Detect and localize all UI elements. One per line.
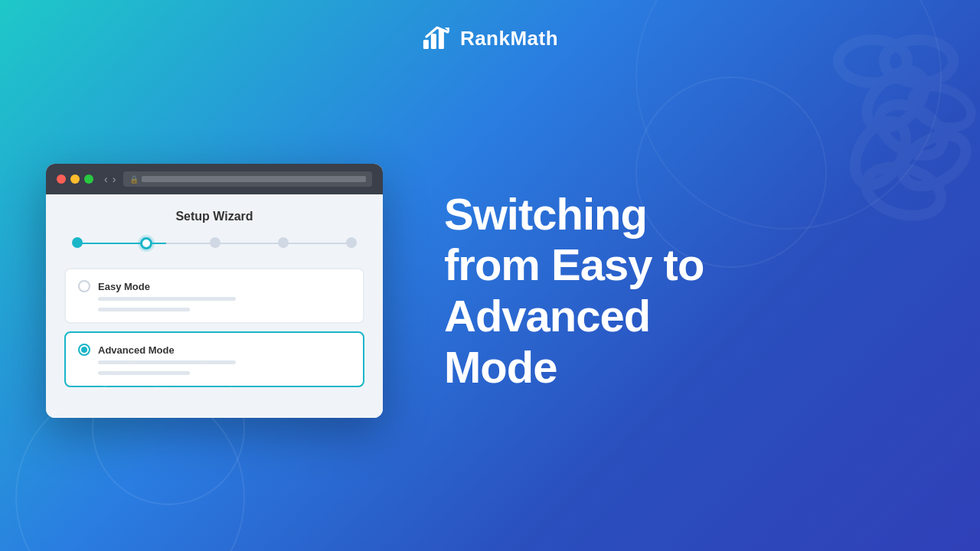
step-2 [140, 237, 152, 249]
svg-point-7 [906, 80, 977, 135]
advanced-mode-desc-2 [98, 371, 190, 375]
browser-content: Setup Wizard [46, 194, 383, 418]
address-text [142, 176, 366, 182]
back-arrow[interactable]: ‹ [104, 173, 108, 185]
progress-track [64, 237, 364, 249]
step-3 [210, 237, 220, 248]
headline-line3: Advanced [444, 291, 650, 341]
headline-line1: Switching [444, 189, 647, 239]
easy-mode-desc-2 [98, 308, 190, 311]
setup-wizard-title: Setup Wizard [64, 210, 364, 223]
advanced-mode-header: Advanced Mode [78, 344, 351, 356]
step-5 [346, 237, 357, 248]
browser-window: ‹ › 🔒 Setup Wizard [46, 164, 383, 418]
lock-icon: 🔒 [129, 175, 139, 184]
svg-rect-9 [431, 34, 436, 49]
header-logo: RankMath [422, 23, 558, 54]
easy-mode-header: Easy Mode [78, 280, 351, 292]
browser-nav: ‹ › [104, 173, 116, 185]
easy-mode-card[interactable]: Easy Mode [64, 268, 364, 324]
easy-mode-label: Easy Mode [98, 281, 150, 292]
traffic-lights [57, 174, 93, 184]
headline-line4: Mode [444, 342, 557, 392]
left-section: ‹ › 🔒 Setup Wizard [46, 164, 398, 418]
chain-decoration [674, 0, 980, 551]
step-4 [278, 237, 289, 248]
svg-point-2 [838, 40, 907, 83]
advanced-mode-label: Advanced Mode [98, 344, 175, 356]
advanced-mode-radio[interactable] [78, 344, 90, 356]
address-bar: 🔒 [123, 171, 372, 187]
close-dot[interactable] [57, 174, 66, 184]
minimize-dot[interactable] [70, 174, 80, 184]
svg-rect-8 [423, 40, 429, 49]
rankmath-logo-icon [422, 23, 452, 54]
radio-inner-dot [81, 347, 87, 353]
advanced-mode-card[interactable]: Advanced Mode [64, 331, 364, 387]
forward-arrow[interactable]: › [113, 173, 116, 185]
maximize-dot[interactable] [84, 174, 93, 184]
browser-titlebar: ‹ › 🔒 [46, 164, 383, 194]
background: RankMath ‹ › 🔒 [0, 0, 980, 551]
easy-mode-desc-1 [98, 297, 236, 301]
svg-rect-10 [439, 29, 444, 49]
progress-steps [72, 237, 357, 249]
svg-point-5 [861, 159, 946, 223]
advanced-mode-desc-1 [98, 360, 236, 364]
logo-text: RankMath [460, 27, 558, 51]
headline-line2: from Easy to [444, 240, 704, 289]
step-1 [72, 237, 83, 248]
easy-mode-radio[interactable] [78, 280, 90, 292]
